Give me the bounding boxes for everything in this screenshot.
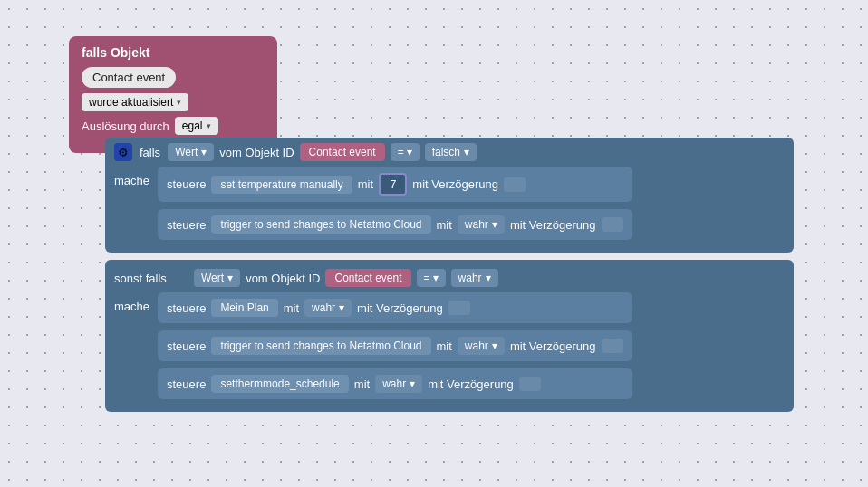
mit1-label: mit — [358, 177, 373, 191]
mache2-row: mache steuere Mein Plan mit wahr ▾ mit V… — [114, 292, 785, 403]
mache2-mit-verzoegerung-2: mit Verzögerung — [510, 339, 596, 353]
mache2-mit-verzoegerung-3: mit Verzögerung — [428, 377, 514, 391]
eq-dropdown-1[interactable]: = ▾ — [391, 143, 420, 161]
wert-arrow-2: ▾ — [227, 272, 233, 284]
wahr-dropdown-3[interactable]: wahr ▾ — [458, 337, 505, 355]
mache2-steuere1-label: steuere — [167, 301, 206, 315]
ausloesung-label: Auslösung durch — [82, 119, 169, 133]
toggle-4[interactable] — [602, 339, 623, 353]
wert-dropdown-2[interactable]: Wert ▾ — [194, 269, 240, 287]
eq-arrow-2: ▾ — [433, 272, 439, 284]
mache2-steuere2-label: steuere — [167, 339, 206, 353]
steuere2-block: steuere trigger to send changes to Netat… — [158, 209, 632, 240]
wahr-label-2: wahr — [312, 301, 335, 314]
wahr-label-sonst: wahr — [458, 272, 482, 284]
wurde-aktualisiert-dropdown[interactable]: wurde aktualisiert ▾ — [82, 93, 188, 111]
egal-arrow: ▾ — [207, 121, 211, 130]
wahr-dropdown-1[interactable]: wahr ▾ — [458, 215, 505, 234]
value-7-box[interactable]: 7 — [379, 173, 407, 196]
main-block-title: falls Objekt — [82, 45, 265, 60]
wahr-arrow-3: ▾ — [492, 339, 497, 352]
wert-label-2: Wert — [201, 272, 224, 284]
wahr-dropdown-2[interactable]: wahr ▾ — [304, 299, 352, 317]
wurde-aktualisiert-row: wurde aktualisiert ▾ — [82, 93, 265, 111]
mache1-label: mache — [114, 167, 150, 187]
mache2-steuere3-block: steuere setthermmode_schedule mit wahr ▾… — [158, 368, 632, 399]
mache2-mit-verzoegerung-1: mit Verzögerung — [357, 301, 443, 315]
mache2-steuere2-block: steuere trigger to send changes to Netat… — [158, 330, 632, 361]
wahr-label-3: wahr — [465, 339, 488, 352]
mache2-steuere1-block: steuere Mein Plan mit wahr ▾ mit Verzöge… — [158, 292, 632, 323]
falsch-dropdown[interactable]: falsch ▾ — [425, 143, 477, 161]
setthermmode-tag: setthermmode_schedule — [211, 375, 348, 393]
vom-objekt-id-1: vom Objekt ID — [219, 146, 294, 159]
mache1-row: mache steuere set temperature manually m… — [114, 167, 785, 244]
mache2-mit3-label: mit — [354, 377, 370, 391]
contact-event-tag-2: Contact event — [325, 269, 410, 287]
mache1-steuere-col: steuere set temperature manually mit 7 m… — [158, 167, 632, 244]
gear-icon[interactable]: ⚙ — [114, 143, 132, 161]
falls-header: ⚙ falls Wert ▾ vom Objekt ID Contact eve… — [114, 143, 785, 161]
steuere2-label: steuere — [167, 218, 206, 232]
toggle-3[interactable] — [448, 301, 470, 315]
toggle-5[interactable] — [519, 377, 541, 391]
contact-event-tag-1: Contact event — [300, 143, 385, 161]
ausloesung-row: Auslösung durch egal ▾ — [82, 117, 265, 135]
steuere1-block: steuere set temperature manually mit 7 m… — [158, 167, 632, 202]
wahr-label-1: wahr — [465, 218, 488, 231]
falls-outer-container: ⚙ falls Wert ▾ vom Objekt ID Contact eve… — [105, 138, 794, 419]
mein-plan-tag: Mein Plan — [211, 299, 277, 317]
falls-condition-row: Wert ▾ vom Objekt ID Contact event = ▾ f… — [168, 143, 477, 161]
mit2-label: mit — [437, 218, 452, 232]
falsch-arrow: ▾ — [464, 146, 469, 158]
vom-objekt-id-2: vom Objekt ID — [246, 272, 320, 285]
eq-dropdown-2[interactable]: = ▾ — [417, 269, 446, 287]
egal-label: egal — [182, 119, 203, 132]
mache2-mit1-label: mit — [284, 301, 299, 315]
eq-label-1: = — [398, 146, 404, 158]
set-temp-manually-tag: set temperature manually — [211, 176, 352, 194]
main-block: falls Objekt Contact event wurde aktuali… — [69, 36, 277, 153]
mache2-steuere-col: steuere Mein Plan mit wahr ▾ mit Verzöge… — [158, 292, 632, 403]
wahr-label-4: wahr — [382, 377, 406, 390]
wahr-arrow-2: ▾ — [339, 301, 344, 314]
mache2-label: mache — [114, 292, 150, 313]
sonst-falls-label: sonst falls — [114, 272, 187, 285]
wert-dropdown-1[interactable]: Wert ▾ — [168, 143, 214, 161]
sonst-falls-block: sonst falls Wert ▾ vom Objekt ID Contact… — [105, 260, 794, 412]
mache2-steuere3-label: steuere — [167, 377, 206, 391]
wurde-aktualisiert-arrow: ▾ — [177, 98, 181, 107]
falls-block: ⚙ falls Wert ▾ vom Objekt ID Contact eve… — [105, 138, 794, 253]
wert-label-1: Wert — [175, 146, 198, 158]
wahr-arrow-4: ▾ — [410, 377, 415, 390]
mache2-mit2-label: mit — [437, 339, 452, 353]
trigger-netatmo-tag-1: trigger to send changes to Netatmo Cloud — [211, 215, 430, 234]
mit-verzoegerung-1: mit Verzögerung — [412, 177, 498, 191]
mit-verzoegerung-2: mit Verzögerung — [510, 218, 596, 232]
toggle-1[interactable] — [504, 177, 526, 192]
falsch-label: falsch — [432, 146, 460, 158]
falls-label: falls — [140, 146, 160, 159]
wahr-dropdown-sonst[interactable]: wahr ▾ — [451, 269, 498, 287]
wahr-arrow-1: ▾ — [492, 218, 497, 231]
wahr-dropdown-4[interactable]: wahr ▾ — [375, 375, 422, 393]
contact-event-button[interactable]: Contact event — [82, 67, 176, 88]
eq-label-2: = — [424, 272, 430, 284]
wurde-aktualisiert-label: wurde aktualisiert — [89, 96, 173, 109]
egal-dropdown[interactable]: egal ▾ — [175, 117, 218, 135]
trigger-netatmo-tag-2: trigger to send changes to Netatmo Cloud — [211, 337, 430, 355]
sonst-falls-condition-row: Wert ▾ vom Objekt ID Contact event = ▾ w… — [194, 269, 498, 287]
eq-arrow-1: ▾ — [407, 146, 412, 158]
toggle-2[interactable] — [602, 217, 623, 232]
wert-arrow-1: ▾ — [201, 146, 207, 158]
sonst-falls-row: sonst falls Wert ▾ vom Objekt ID Contact… — [114, 269, 785, 287]
wahr-arrow-sonst: ▾ — [486, 272, 491, 284]
steuere1-label: steuere — [167, 177, 206, 191]
